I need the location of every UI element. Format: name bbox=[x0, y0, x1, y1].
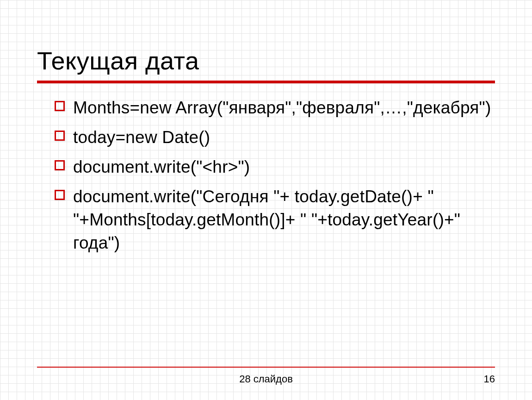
square-bullet-icon bbox=[55, 101, 65, 111]
bullet-item: today=new Date() bbox=[55, 126, 495, 149]
bullet-text: document.write("<hr>") bbox=[73, 156, 250, 179]
square-bullet-icon bbox=[55, 160, 65, 170]
square-bullet-icon bbox=[55, 131, 65, 141]
slide: Текущая дата Months=new Array("января","… bbox=[0, 0, 532, 400]
footer-line bbox=[37, 367, 495, 368]
bullet-text: today=new Date() bbox=[73, 126, 210, 149]
footer: 28 слайдов 16 bbox=[0, 367, 532, 386]
footer-row: 28 слайдов 16 bbox=[0, 373, 532, 386]
square-bullet-icon bbox=[55, 190, 65, 200]
bullet-text: document.write("Сегодня "+ today.getDate… bbox=[73, 185, 495, 255]
bullet-text: Months=new Array("января","февраля",…,"д… bbox=[73, 96, 491, 119]
title-underline bbox=[37, 81, 495, 83]
content-area: Months=new Array("января","февраля",…,"д… bbox=[37, 96, 495, 255]
bullet-item: document.write("<hr>") bbox=[55, 156, 495, 179]
slide-number: 16 bbox=[484, 373, 495, 385]
slide-title: Текущая дата bbox=[37, 46, 495, 80]
bullet-item: document.write("Сегодня "+ today.getDate… bbox=[55, 185, 495, 255]
bullet-item: Months=new Array("января","февраля",…,"д… bbox=[55, 96, 495, 119]
footer-center-text: 28 слайдов bbox=[0, 373, 532, 385]
